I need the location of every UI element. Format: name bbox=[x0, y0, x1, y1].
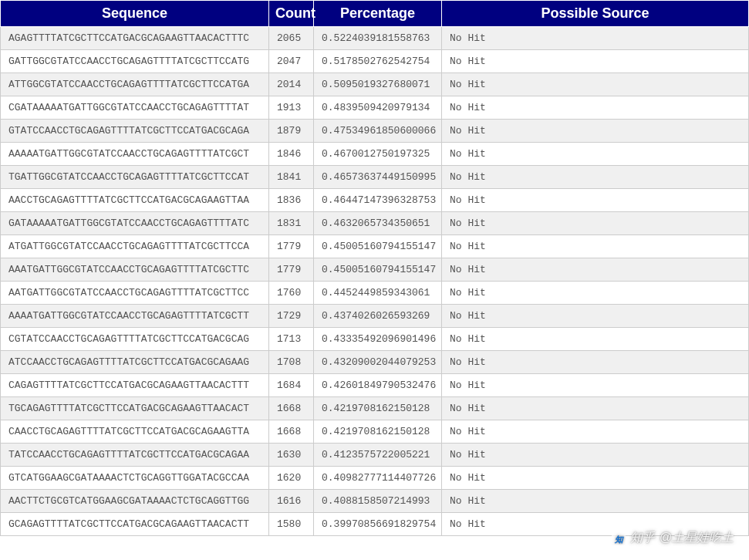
cell-count: 2047 bbox=[269, 50, 314, 73]
cell-sequence: AACCTGCAGAGTTTTATCGCTTCCATGACGCAGAAGTTAA bbox=[1, 189, 269, 212]
header-sequence: Sequence bbox=[1, 1, 269, 27]
table-row: AATGATTGGCGTATCCAACCTGCAGAGTTTTATCGCTTCC… bbox=[1, 282, 749, 305]
cell-percentage: 0.40982777114407726 bbox=[314, 467, 442, 490]
cell-source: No Hit bbox=[442, 397, 749, 420]
cell-sequence: TATCCAACCTGCAGAGTTTTATCGCTTCCATGACGCAGAA bbox=[1, 444, 269, 467]
cell-count: 1779 bbox=[269, 235, 314, 258]
cell-percentage: 0.4123575722005221 bbox=[314, 444, 442, 467]
cell-source: No Hit bbox=[442, 50, 749, 73]
cell-sequence: TGCAGAGTTTTATCGCTTCCATGACGCAGAAGTTAACACT bbox=[1, 397, 269, 420]
cell-source: No Hit bbox=[442, 444, 749, 467]
table-row: AGAGTTTTATCGCTTCCATGACGCAGAAGTTAACACTTTC… bbox=[1, 27, 749, 50]
cell-source: No Hit bbox=[442, 420, 749, 444]
cell-sequence: ATCCAACCTGCAGAGTTTTATCGCTTCCATGACGCAGAAG bbox=[1, 351, 269, 374]
cell-count: 1836 bbox=[269, 189, 314, 212]
cell-sequence: CAACCTGCAGAGTTTTATCGCTTCCATGACGCAGAAGTTA bbox=[1, 420, 269, 444]
cell-percentage: 0.43209002044079253 bbox=[314, 351, 442, 374]
cell-source: No Hit bbox=[442, 73, 749, 96]
table-row: ATCCAACCTGCAGAGTTTTATCGCTTCCATGACGCAGAAG… bbox=[1, 351, 749, 374]
table-row: ATTGGCGTATCCAACCTGCAGAGTTTTATCGCTTCCATGA… bbox=[1, 73, 749, 96]
cell-percentage: 0.46573637449150995 bbox=[314, 166, 442, 189]
cell-percentage: 0.4088158507214993 bbox=[314, 490, 442, 513]
table-row: TGATTGGCGTATCCAACCTGCAGAGTTTTATCGCTTCCAT… bbox=[1, 166, 749, 189]
cell-percentage: 0.4219708162150128 bbox=[314, 397, 442, 420]
cell-source: No Hit bbox=[442, 27, 749, 50]
cell-source: No Hit bbox=[442, 282, 749, 305]
table-row: GATTGGCGTATCCAACCTGCAGAGTTTTATCGCTTCCATG… bbox=[1, 50, 749, 73]
cell-count: 1841 bbox=[269, 166, 314, 189]
cell-count: 1684 bbox=[269, 374, 314, 397]
cell-percentage: 0.4632065734350651 bbox=[314, 212, 442, 235]
table-row: AACCTGCAGAGTTTTATCGCTTCCATGACGCAGAAGTTAA… bbox=[1, 189, 749, 212]
table-row: GCAGAGTTTTATCGCTTCCATGACGCAGAAGTTAACACTT… bbox=[1, 513, 749, 536]
cell-sequence: CAGAGTTTTATCGCTTCCATGACGCAGAAGTTAACACTTT bbox=[1, 374, 269, 397]
cell-sequence: GATTGGCGTATCCAACCTGCAGAGTTTTATCGCTTCCATG bbox=[1, 50, 269, 73]
cell-source: No Hit bbox=[442, 513, 749, 536]
table-row: GTATCCAACCTGCAGAGTTTTATCGCTTCCATGACGCAGA… bbox=[1, 120, 749, 143]
table-row: GATAAAAATGATTGGCGTATCCAACCTGCAGAGTTTTATC… bbox=[1, 212, 749, 235]
cell-source: No Hit bbox=[442, 351, 749, 374]
cell-count: 1580 bbox=[269, 513, 314, 536]
table-row: CAGAGTTTTATCGCTTCCATGACGCAGAAGTTAACACTTT… bbox=[1, 374, 749, 397]
cell-count: 1779 bbox=[269, 258, 314, 282]
cell-count: 1668 bbox=[269, 420, 314, 444]
cell-source: No Hit bbox=[442, 189, 749, 212]
cell-count: 1668 bbox=[269, 397, 314, 420]
cell-sequence: AAAAATGATTGGCGTATCCAACCTGCAGAGTTTTATCGCT bbox=[1, 143, 269, 166]
cell-percentage: 0.39970856691829754 bbox=[314, 513, 442, 536]
cell-source: No Hit bbox=[442, 120, 749, 143]
cell-percentage: 0.46447147396328753 bbox=[314, 189, 442, 212]
header-count: Count bbox=[269, 1, 314, 27]
cell-sequence: CGTATCCAACCTGCAGAGTTTTATCGCTTCCATGACGCAG bbox=[1, 328, 269, 351]
cell-sequence: AGAGTTTTATCGCTTCCATGACGCAGAAGTTAACACTTTC bbox=[1, 27, 269, 50]
table-row: CGATAAAAATGATTGGCGTATCCAACCTGCAGAGTTTTAT… bbox=[1, 96, 749, 120]
cell-source: No Hit bbox=[442, 166, 749, 189]
cell-sequence: ATTGGCGTATCCAACCTGCAGAGTTTTATCGCTTCCATGA bbox=[1, 73, 269, 96]
table-row: CAACCTGCAGAGTTTTATCGCTTCCATGACGCAGAAGTTA… bbox=[1, 420, 749, 444]
cell-count: 1846 bbox=[269, 143, 314, 166]
cell-percentage: 0.45005160794155147 bbox=[314, 258, 442, 282]
cell-count: 1879 bbox=[269, 120, 314, 143]
cell-percentage: 0.5095019327680071 bbox=[314, 73, 442, 96]
cell-source: No Hit bbox=[442, 490, 749, 513]
cell-count: 1913 bbox=[269, 96, 314, 120]
cell-percentage: 0.45005160794155147 bbox=[314, 235, 442, 258]
cell-sequence: GTATCCAACCTGCAGAGTTTTATCGCTTCCATGACGCAGA bbox=[1, 120, 269, 143]
cell-percentage: 0.43335492096901496 bbox=[314, 328, 442, 351]
table-header: Sequence Count Percentage Possible Sourc… bbox=[1, 1, 749, 27]
cell-source: No Hit bbox=[442, 96, 749, 120]
table-row: AAATGATTGGCGTATCCAACCTGCAGAGTTTTATCGCTTC… bbox=[1, 258, 749, 282]
header-source: Possible Source bbox=[442, 1, 749, 27]
table-body: AGAGTTTTATCGCTTCCATGACGCAGAAGTTAACACTTTC… bbox=[1, 27, 749, 536]
cell-source: No Hit bbox=[442, 212, 749, 235]
cell-sequence: AAATGATTGGCGTATCCAACCTGCAGAGTTTTATCGCTTC bbox=[1, 258, 269, 282]
cell-percentage: 0.5178502762542754 bbox=[314, 50, 442, 73]
cell-count: 1729 bbox=[269, 305, 314, 328]
cell-sequence: CGATAAAAATGATTGGCGTATCCAACCTGCAGAGTTTTAT bbox=[1, 96, 269, 120]
cell-count: 1616 bbox=[269, 490, 314, 513]
cell-sequence: GATAAAAATGATTGGCGTATCCAACCTGCAGAGTTTTATC bbox=[1, 212, 269, 235]
cell-source: No Hit bbox=[442, 258, 749, 282]
sequence-table: Sequence Count Percentage Possible Sourc… bbox=[0, 0, 749, 536]
cell-percentage: 0.47534961850600066 bbox=[314, 120, 442, 143]
cell-source: No Hit bbox=[442, 143, 749, 166]
table-row: GTCATGGAAGCGATAAAACTCTGCAGGTTGGATACGCCAA… bbox=[1, 467, 749, 490]
table-row: AAAATGATTGGCGTATCCAACCTGCAGAGTTTTATCGCTT… bbox=[1, 305, 749, 328]
header-percentage: Percentage bbox=[314, 1, 442, 27]
cell-sequence: TGATTGGCGTATCCAACCTGCAGAGTTTTATCGCTTCCAT bbox=[1, 166, 269, 189]
cell-source: No Hit bbox=[442, 374, 749, 397]
cell-sequence: AAAATGATTGGCGTATCCAACCTGCAGAGTTTTATCGCTT bbox=[1, 305, 269, 328]
cell-sequence: AACTTCTGCGTCATGGAAGCGATAAAACTCTGCAGGTTGG bbox=[1, 490, 269, 513]
table-row: TGCAGAGTTTTATCGCTTCCATGACGCAGAAGTTAACACT… bbox=[1, 397, 749, 420]
cell-sequence: GTCATGGAAGCGATAAAACTCTGCAGGTTGGATACGCCAA bbox=[1, 467, 269, 490]
table-row: CGTATCCAACCTGCAGAGTTTTATCGCTTCCATGACGCAG… bbox=[1, 328, 749, 351]
cell-count: 1630 bbox=[269, 444, 314, 467]
cell-sequence: GCAGAGTTTTATCGCTTCCATGACGCAGAAGTTAACACTT bbox=[1, 513, 269, 536]
cell-sequence: AATGATTGGCGTATCCAACCTGCAGAGTTTTATCGCTTCC bbox=[1, 282, 269, 305]
cell-percentage: 0.4839509420979134 bbox=[314, 96, 442, 120]
cell-percentage: 0.42601849790532476 bbox=[314, 374, 442, 397]
cell-percentage: 0.5224039181558763 bbox=[314, 27, 442, 50]
table-row: AAAAATGATTGGCGTATCCAACCTGCAGAGTTTTATCGCT… bbox=[1, 143, 749, 166]
table-row: ATGATTGGCGTATCCAACCTGCAGAGTTTTATCGCTTCCA… bbox=[1, 235, 749, 258]
cell-percentage: 0.4670012750197325 bbox=[314, 143, 442, 166]
